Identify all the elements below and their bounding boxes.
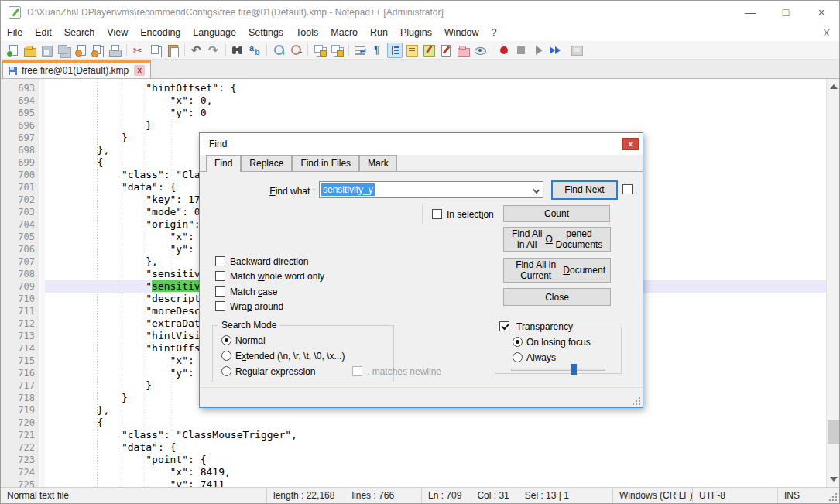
line-number[interactable]: 693 (1, 82, 35, 94)
find-dialog-title-bar[interactable]: Find x (200, 133, 643, 155)
close-file-icon[interactable] (73, 43, 88, 58)
line-number[interactable]: 715 (1, 355, 35, 367)
menu-item-window[interactable]: Window (438, 25, 485, 40)
backward-direction-checkbox[interactable] (215, 256, 225, 266)
indent-guide-icon[interactable] (387, 43, 403, 58)
macro-record-icon[interactable] (496, 43, 512, 58)
line-number[interactable]: 696 (1, 119, 35, 132)
monitoring-icon[interactable] (472, 43, 488, 58)
function-list-icon[interactable] (404, 43, 420, 58)
macro-play-icon[interactable] (530, 43, 546, 58)
macro-run-multiple-icon[interactable] (547, 43, 563, 58)
line-number[interactable]: 695 (1, 107, 35, 119)
vertical-scrollbar[interactable] (826, 79, 839, 487)
match-whole-word-checkbox[interactable] (215, 271, 225, 281)
line-number[interactable]: 702 (1, 194, 35, 206)
minimize-button[interactable]: — (732, 1, 768, 24)
line-number[interactable]: 714 (1, 342, 35, 355)
find-dialog-close-icon[interactable]: x (622, 138, 639, 150)
on-losing-focus-radio[interactable] (513, 337, 523, 347)
close-document-x-icon[interactable]: X (823, 27, 830, 39)
line-number[interactable]: 712 (1, 317, 35, 330)
cut-icon[interactable] (131, 43, 146, 58)
editor-line-722[interactable]: 722 "data": { (1, 441, 826, 454)
menu-item-tools[interactable]: Tools (290, 25, 324, 40)
dialog-resize-grip[interactable] (633, 397, 640, 405)
transparency-slider-thumb[interactable] (571, 364, 577, 375)
line-number[interactable]: 708 (1, 268, 35, 280)
status-insert-mode[interactable]: INS (777, 488, 825, 503)
line-number[interactable]: 710 (1, 293, 35, 305)
print-icon[interactable] (107, 43, 122, 58)
word-wrap-icon[interactable] (353, 43, 369, 58)
editor-line-725[interactable]: 725 "y": 7411 (1, 478, 826, 487)
line-number[interactable]: 701 (1, 181, 35, 194)
close-all-icon[interactable] (90, 43, 105, 58)
sync-vertical-icon[interactable] (312, 43, 327, 58)
line-number[interactable]: 716 (1, 367, 35, 379)
find-dialog-tab-find[interactable]: Find (206, 155, 241, 172)
line-number[interactable]: 706 (1, 243, 35, 255)
new-file-icon[interactable] (5, 43, 20, 58)
line-number[interactable]: 707 (1, 255, 35, 268)
always-radio[interactable] (513, 352, 523, 362)
menu-item-help[interactable]: ? (485, 25, 502, 40)
line-number[interactable]: 717 (1, 379, 35, 392)
zoom-out-icon[interactable] (288, 43, 303, 58)
regex-radio[interactable] (221, 366, 231, 376)
in-selection-checkbox[interactable] (432, 209, 442, 219)
menu-item-language[interactable]: Language (187, 25, 242, 40)
line-number[interactable]: 725 (1, 478, 35, 487)
find-dialog-tab-find-in-files[interactable]: Find in Files (292, 155, 359, 171)
line-number[interactable]: 723 (1, 454, 35, 466)
editor-line-696[interactable]: 696 } (1, 119, 826, 132)
close-button[interactable]: × (804, 1, 839, 24)
transparency-slider[interactable] (511, 369, 605, 371)
match-case-checkbox[interactable] (215, 286, 225, 297)
menu-item-encoding[interactable]: Encoding (134, 25, 187, 40)
find-all-current-button[interactable]: Find All in Current Document (503, 258, 611, 283)
combo-dropdown-arrow-icon[interactable] (533, 187, 540, 194)
line-number[interactable]: 713 (1, 330, 35, 342)
menu-item-settings[interactable]: Settings (242, 25, 290, 40)
scroll-down-arrow-icon[interactable] (830, 477, 838, 482)
tab-close-icon[interactable]: x (134, 65, 145, 76)
define-language-icon[interactable] (438, 43, 454, 58)
editor-line-723[interactable]: 723 "point": { (1, 454, 826, 466)
menu-item-plugins[interactable]: Plugins (394, 25, 438, 40)
line-number[interactable]: 698 (1, 144, 35, 156)
line-number[interactable]: 694 (1, 94, 35, 107)
copy-icon[interactable] (148, 43, 163, 58)
maximize-button[interactable]: □ (768, 1, 804, 24)
editor-line-693[interactable]: 693 "hintOffset": { (1, 82, 826, 94)
line-number[interactable]: 722 (1, 441, 35, 454)
unlabeled-checkbox[interactable] (622, 184, 633, 194)
transparency-checkbox[interactable] (499, 321, 509, 331)
editor-line-721[interactable]: 721 "class": "ClassMouseTrigger", (1, 429, 826, 441)
save-all-icon[interactable] (56, 43, 71, 58)
show-all-chars-icon[interactable] (370, 43, 386, 58)
save-file-icon[interactable] (39, 43, 54, 58)
find-dialog-tab-mark[interactable]: Mark (359, 155, 397, 171)
line-number[interactable]: 709 (1, 280, 35, 293)
line-number[interactable]: 719 (1, 404, 35, 417)
menu-item-file[interactable]: File (1, 25, 29, 40)
editor-line-720[interactable]: 720 { (1, 417, 826, 429)
menu-item-run[interactable]: Run (364, 25, 394, 40)
document-tab[interactable]: free fire@01(Default).kmp x (2, 60, 151, 78)
normal-radio[interactable] (221, 335, 231, 345)
line-number[interactable]: 711 (1, 305, 35, 317)
line-number[interactable]: 697 (1, 132, 35, 144)
editor-line-695[interactable]: 695 "y": 0 (1, 107, 826, 119)
line-number[interactable]: 704 (1, 218, 35, 231)
open-file-icon[interactable] (22, 43, 37, 58)
scroll-up-arrow-icon[interactable] (830, 84, 838, 89)
sync-horizontal-icon[interactable] (329, 43, 345, 58)
paste-icon[interactable] (165, 43, 180, 58)
replace-icon[interactable] (247, 43, 262, 58)
macro-stop-icon[interactable] (513, 43, 529, 58)
undo-icon[interactable] (189, 43, 204, 58)
line-number[interactable]: 718 (1, 392, 35, 404)
find-next-button[interactable]: Find Next (551, 180, 618, 200)
menu-item-search[interactable]: Search (58, 25, 101, 40)
